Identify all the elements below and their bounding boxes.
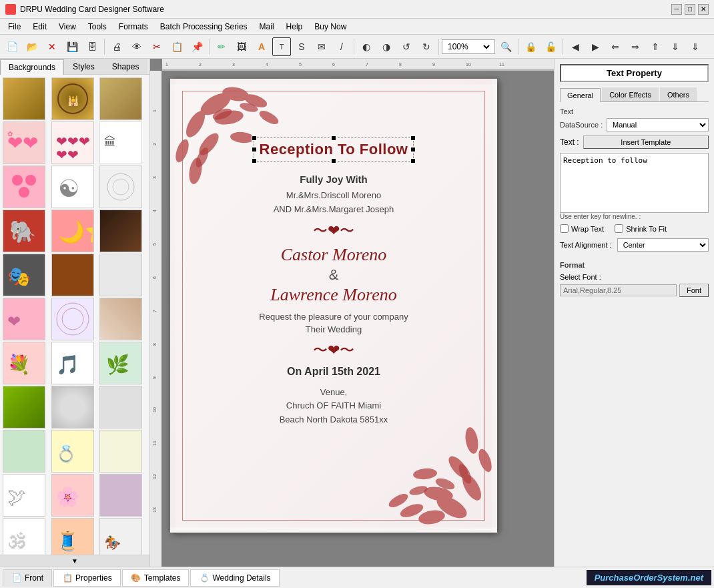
copy-button[interactable]: 📋	[167, 37, 186, 56]
thumbnail-9[interactable]	[99, 166, 142, 208]
minimize-button[interactable]: ─	[671, 4, 682, 15]
thumbnail-10[interactable]: 🐘	[3, 210, 45, 252]
print-button[interactable]: 🖨	[107, 37, 126, 56]
thumbnail-23[interactable]	[51, 386, 94, 428]
zoom-in-button[interactable]: 🔍	[496, 37, 515, 56]
lock-button[interactable]: 🔒	[521, 37, 540, 56]
thumbnail-33[interactable]: 🏇	[99, 518, 142, 555]
tab-properties[interactable]: 📋 Properties	[53, 569, 121, 587]
thumbnail-5[interactable]: ❤❤❤❤❤	[51, 121, 94, 164]
text-button[interactable]: A	[252, 37, 271, 56]
handle-mr[interactable]	[410, 147, 416, 152]
thumbnail-26[interactable]: 💍	[51, 430, 94, 473]
thumbnail-18[interactable]	[99, 298, 142, 340]
align-up-button[interactable]: ⇑	[646, 37, 665, 56]
alignment-select[interactable]: Center Left Right Justify	[617, 238, 709, 252]
thumbnail-15[interactable]	[99, 254, 142, 296]
open-button[interactable]: 📂	[23, 37, 41, 56]
new-button[interactable]: 📄	[3, 37, 21, 56]
shape-button[interactable]: S	[292, 37, 311, 56]
prop-tab-color[interactable]: Color Effects	[602, 87, 659, 101]
menu-edit[interactable]: Edit	[27, 21, 52, 33]
thumbnail-12[interactable]	[99, 210, 142, 252]
thumbnail-30[interactable]	[99, 474, 142, 517]
thumbnail-7[interactable]	[3, 166, 45, 208]
thumbnail-27[interactable]	[99, 430, 142, 473]
line-button[interactable]: /	[332, 37, 351, 56]
thumbnail-13[interactable]: 🎭	[3, 254, 45, 296]
thumbnail-21[interactable]: 🌿	[99, 342, 142, 384]
effect3-button[interactable]: ↺	[397, 37, 416, 56]
handle-br[interactable]	[410, 158, 416, 164]
tab-styles[interactable]: Styles	[64, 59, 103, 74]
tab-front[interactable]: 📄 Front	[3, 569, 52, 587]
thumbnail-32[interactable]: 🧵	[51, 518, 94, 555]
thumbnail-2[interactable]: 🕌	[51, 77, 94, 120]
thumbnail-14[interactable]	[51, 254, 94, 296]
unlock-button[interactable]: 🔓	[541, 37, 560, 56]
tab-wedding-details[interactable]: 💍 Wedding Details	[190, 569, 279, 587]
align-right-button[interactable]: ⇒	[626, 37, 645, 56]
thumbnail-19[interactable]: 💐	[3, 342, 45, 384]
effect1-button[interactable]: ◐	[357, 37, 376, 56]
close-button-tb[interactable]: ✕	[43, 37, 61, 56]
thumbnail-1[interactable]	[3, 77, 45, 120]
image-button[interactable]: 🖼	[232, 37, 251, 56]
save-all-button[interactable]: 🗄	[83, 37, 101, 56]
wrap-text-checkbox[interactable]: Wrap Text	[560, 224, 604, 233]
thumbnail-31[interactable]: 🕉	[3, 518, 45, 555]
thumbnail-20[interactable]: 🎵	[51, 342, 94, 384]
canvas-area[interactable]: 1 2 3 4 5 6 7 8 9 10 11 1 2 3 4 5	[150, 59, 554, 567]
align-down-button[interactable]: ⇓	[666, 37, 685, 56]
close-button[interactable]: ✕	[698, 4, 709, 15]
text-area[interactable]: Reception to follow	[560, 153, 709, 213]
font-value-input[interactable]	[560, 284, 677, 296]
prop-tab-others[interactable]: Others	[660, 87, 697, 101]
cut-button[interactable]: ✂	[147, 37, 166, 56]
menu-batch[interactable]: Batch Processing Series	[155, 21, 253, 33]
thumbnail-17[interactable]	[51, 298, 94, 340]
textbox-button[interactable]: T	[272, 37, 291, 56]
align-left-button[interactable]: ⇐	[606, 37, 625, 56]
shrink-to-fit-checkbox[interactable]: Shrink To Fit	[615, 224, 667, 233]
tab-templates[interactable]: 🎨 Templates	[122, 569, 190, 587]
thumbnail-16[interactable]: ❤	[3, 298, 45, 340]
thumbnail-29[interactable]: 🌸	[51, 474, 94, 517]
menu-formats[interactable]: Formats	[113, 21, 153, 33]
zoom-control[interactable]: 100% 50% 75% 125% 150%	[442, 39, 495, 54]
thumbnail-24[interactable]	[99, 386, 142, 428]
thumbnail-22[interactable]	[3, 386, 45, 428]
effect4-button[interactable]: ↻	[417, 37, 436, 56]
menu-help[interactable]: Help	[281, 21, 308, 33]
handle-ml[interactable]	[252, 147, 257, 152]
menu-mail[interactable]: Mail	[254, 21, 280, 33]
thumbnail-3[interactable]	[99, 77, 142, 120]
handle-tr[interactable]	[410, 135, 416, 141]
zoom-select[interactable]: 100% 50% 75% 125% 150%	[445, 41, 492, 52]
effect2-button[interactable]: ◑	[377, 37, 396, 56]
maximize-button[interactable]: □	[685, 4, 695, 15]
redo-button[interactable]: ▶	[586, 37, 605, 56]
menu-view[interactable]: View	[53, 21, 81, 33]
thumbnail-11[interactable]: 🌙⭐	[51, 210, 94, 252]
undo-button[interactable]: ◀	[566, 37, 585, 56]
preview-button[interactable]: 👁	[127, 37, 146, 56]
mail-button[interactable]: ✉	[312, 37, 331, 56]
selected-text-container[interactable]: Reception To Follow	[254, 137, 414, 162]
handle-tm[interactable]	[331, 135, 336, 141]
tab-shapes[interactable]: Shapes	[103, 59, 148, 74]
align-end-button[interactable]: ⇓	[686, 37, 705, 56]
shrink-fit-input[interactable]	[615, 224, 623, 233]
handle-bl[interactable]	[252, 158, 257, 164]
thumbnail-4[interactable]: ❤❤✿	[3, 121, 45, 164]
paste-button[interactable]: 📌	[188, 37, 206, 56]
handle-tl[interactable]	[252, 135, 257, 141]
wrap-text-input[interactable]	[560, 224, 569, 233]
prop-tab-general[interactable]: General	[560, 88, 601, 102]
datasource-select[interactable]: Manual Database Barcode	[607, 118, 709, 131]
insert-template-button[interactable]: Insert Template	[583, 135, 709, 149]
menu-tools[interactable]: Tools	[83, 21, 112, 33]
thumbnail-25[interactable]	[3, 430, 45, 473]
menu-file[interactable]: File	[3, 21, 26, 33]
save-button[interactable]: 💾	[63, 37, 81, 56]
